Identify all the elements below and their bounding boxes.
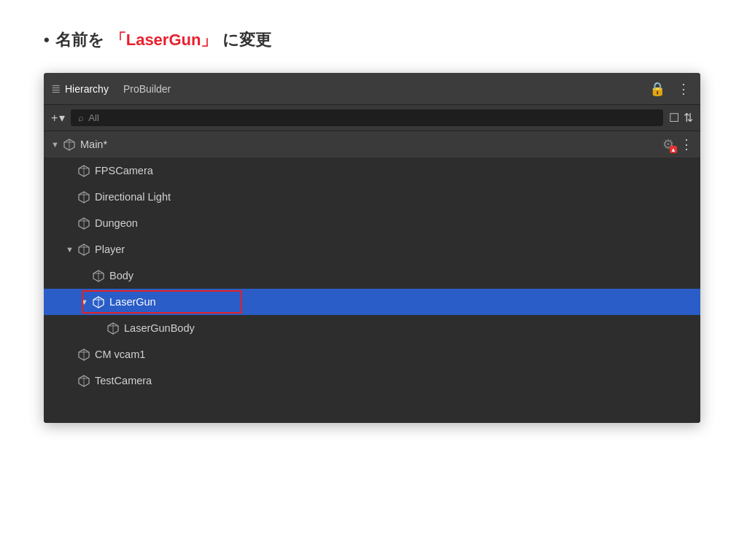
- hierarchy-item-lasergunbody[interactable]: LaserGunBody: [44, 315, 700, 341]
- cube-icon-main: [63, 138, 76, 151]
- instruction-highlight: 「LaserGun」: [110, 29, 217, 51]
- cm-vcam1-label: CM vcam1: [95, 349, 145, 360]
- fps-camera-label: FPSCamera: [95, 165, 153, 176]
- hierarchy-item-test-camera[interactable]: TestCamera: [44, 368, 700, 394]
- instruction-header: • 名前を 「LaserGun」 に変更: [44, 29, 271, 51]
- arrow-player: ▼: [66, 245, 74, 254]
- warning-dot: ▲: [670, 146, 677, 153]
- list-padding: [44, 394, 700, 423]
- search-icon: ⌕: [78, 112, 84, 123]
- hierarchy-item-directional-light[interactable]: Directional Light: [44, 184, 700, 210]
- more-options-icon[interactable]: ⋮: [674, 79, 693, 98]
- cube-icon-player: [77, 243, 90, 256]
- tab-hierarchy[interactable]: ≣ Hierarchy: [51, 82, 109, 96]
- search-box[interactable]: ⌕ All: [71, 109, 663, 126]
- toolbar: + ▾ ⌕ All ☐ ⇅: [44, 105, 700, 131]
- tab-hierarchy-label: Hierarchy: [65, 83, 109, 95]
- cube-icon-cm-vcam1: [77, 348, 90, 361]
- tab-bar-left: ≣ Hierarchy ProBuilder: [51, 82, 171, 96]
- instruction-text-prefix: 名前を: [55, 29, 104, 51]
- hierarchy-item-fps-camera[interactable]: FPSCamera: [44, 158, 700, 184]
- tab-probuilder-label: ProBuilder: [123, 83, 171, 95]
- tab-bar-right: 🔒 ⋮: [646, 79, 693, 98]
- cube-icon-fps: [77, 164, 90, 177]
- cube-icon-lasergun: [92, 295, 105, 308]
- sort-icon[interactable]: ⇅: [684, 111, 693, 125]
- hierarchy-icon: ≣: [51, 82, 61, 96]
- dungeon-label: Dungeon: [95, 217, 138, 229]
- main-row-right: ⚙ ▲ ⋮: [659, 136, 693, 153]
- body-label: Body: [109, 270, 133, 281]
- bullet-point: •: [44, 31, 50, 50]
- add-arrow: ▾: [59, 111, 65, 125]
- lasergunbody-label: LaserGunBody: [124, 322, 195, 334]
- hierarchy-item-main[interactable]: ▼ Main* ⚙ ▲ ⋮: [44, 131, 700, 158]
- cube-icon-body: [92, 269, 105, 282]
- toolbar-right: ☐ ⇅: [669, 111, 693, 125]
- hierarchy-item-body[interactable]: Body: [44, 262, 700, 289]
- hierarchy-item-cm-vcam1[interactable]: CM vcam1: [44, 341, 700, 368]
- hierarchy-item-lasergun[interactable]: ▼ LaserGun: [44, 289, 700, 315]
- lock-icon[interactable]: 🔒: [646, 79, 668, 98]
- lasergun-highlight-border: [82, 290, 242, 314]
- main-label: Main*: [80, 139, 107, 150]
- unity-hierarchy-panel: ≣ Hierarchy ProBuilder 🔒 ⋮ + ▾ ⌕ All ☐ ⇅: [44, 73, 700, 423]
- hierarchy-list: ▼ Main* ⚙ ▲ ⋮: [44, 131, 700, 423]
- gear-warning-icon: ⚙ ▲: [659, 136, 677, 153]
- cube-icon-dir-light: [77, 190, 90, 203]
- hierarchy-item-player[interactable]: ▼ Player: [44, 236, 700, 262]
- player-label: Player: [95, 244, 125, 255]
- cube-icon-test-camera: [77, 374, 90, 387]
- instruction-text-suffix: に変更: [222, 29, 271, 51]
- arrow-lasergun: ▼: [80, 298, 89, 306]
- hierarchy-item-dungeon[interactable]: Dungeon: [44, 210, 700, 236]
- main-menu-icon[interactable]: ⋮: [680, 136, 693, 152]
- cube-icon-lasergunbody: [107, 322, 120, 335]
- search-placeholder: All: [88, 112, 98, 123]
- focus-icon[interactable]: ☐: [669, 111, 679, 125]
- tab-probuilder[interactable]: ProBuilder: [123, 83, 171, 95]
- lasergun-label: LaserGun: [109, 296, 156, 308]
- add-button[interactable]: + ▾: [51, 111, 65, 125]
- test-camera-label: TestCamera: [95, 375, 152, 386]
- directional-light-label: Directional Light: [95, 191, 171, 203]
- add-label: +: [51, 112, 58, 125]
- tab-bar: ≣ Hierarchy ProBuilder 🔒 ⋮: [44, 73, 700, 105]
- arrow-main: ▼: [51, 140, 60, 149]
- cube-icon-dungeon: [77, 217, 90, 230]
